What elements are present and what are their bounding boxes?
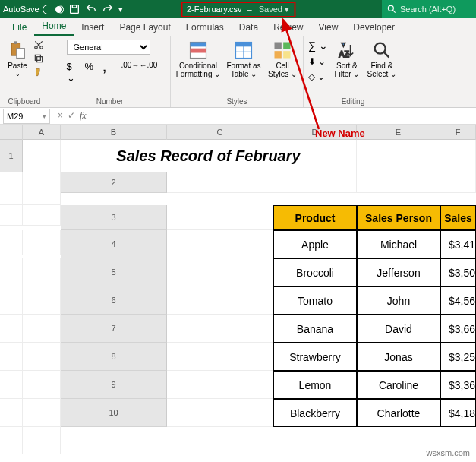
currency-icon[interactable]: $ ⌄ — [67, 61, 80, 74]
cell[interactable] — [0, 258, 23, 286]
person-cell[interactable]: Jonas — [357, 343, 440, 371]
cell[interactable] — [23, 427, 61, 454]
cell[interactable] — [357, 140, 440, 172]
col-F[interactable]: F — [440, 125, 476, 140]
row-header[interactable]: 2 — [61, 172, 167, 193]
product-cell[interactable]: Strawberry — [273, 343, 357, 371]
tab-home[interactable]: Home — [34, 17, 74, 36]
cell[interactable] — [440, 140, 476, 172]
filename-dropdown-icon[interactable]: – — [247, 5, 252, 14]
qat-more-icon[interactable]: ▾ — [118, 5, 123, 14]
product-cell[interactable]: Tomato — [273, 286, 357, 315]
row-header[interactable]: 9 — [61, 371, 167, 399]
cell[interactable] — [0, 286, 23, 315]
row-header[interactable]: 6 — [61, 286, 167, 315]
cut-icon[interactable] — [33, 40, 44, 50]
cell[interactable] — [440, 172, 476, 193]
cell[interactable] — [167, 205, 273, 230]
cell[interactable] — [167, 343, 273, 371]
cell[interactable] — [23, 315, 61, 343]
sales-cell[interactable]: $3,253.00 — [440, 343, 476, 371]
saved-status[interactable]: Saved ▾ — [259, 5, 289, 14]
sales-cell[interactable]: $3,417.00 — [440, 230, 476, 258]
format-as-table-button[interactable]: Format as Table ⌄ — [224, 40, 263, 78]
tab-data[interactable]: Data — [232, 19, 266, 36]
header-product[interactable]: Product — [273, 205, 357, 230]
row-header[interactable]: 10 — [61, 399, 167, 427]
sales-cell[interactable]: $4,189.00 — [440, 399, 476, 427]
cell[interactable] — [0, 399, 23, 427]
paste-button[interactable]: Paste ⌄ — [5, 40, 30, 78]
sales-cell[interactable]: $4,565.00 — [440, 286, 476, 315]
select-all[interactable] — [0, 125, 23, 140]
sort-filter-button[interactable]: AZ Sort & Filter ⌄ — [331, 40, 363, 78]
cell[interactable] — [0, 172, 23, 205]
row-header[interactable]: 4 — [61, 230, 167, 258]
col-B[interactable]: B — [61, 125, 167, 140]
format-painter-icon[interactable] — [33, 67, 44, 78]
increase-decimal-icon[interactable]: .00→ — [121, 61, 135, 74]
number-format-select[interactable]: General — [67, 40, 150, 55]
header-person[interactable]: Sales Person — [357, 205, 440, 230]
autosum-icon[interactable]: ∑ ⌄ — [308, 40, 328, 52]
formula-input[interactable] — [91, 109, 476, 124]
tab-view[interactable]: View — [311, 19, 346, 36]
cell[interactable] — [167, 399, 273, 427]
cell[interactable] — [23, 343, 61, 371]
col-C[interactable]: C — [167, 125, 273, 140]
col-A[interactable]: A — [23, 125, 61, 140]
sales-cell[interactable]: $3,362.00 — [440, 371, 476, 399]
percent-icon[interactable]: % — [85, 61, 99, 74]
cell[interactable] — [23, 205, 61, 226]
conditional-formatting-button[interactable]: Conditional Formatting ⌄ — [175, 40, 221, 78]
cell[interactable] — [167, 172, 273, 193]
name-box[interactable]: M29 ▾ — [3, 109, 50, 124]
row-header[interactable]: 8 — [61, 343, 167, 371]
cell[interactable] — [0, 371, 23, 399]
cell[interactable] — [167, 258, 273, 286]
cell[interactable] — [0, 205, 23, 226]
tab-insert[interactable]: Insert — [74, 19, 112, 36]
save-icon[interactable] — [68, 3, 80, 15]
col-E[interactable]: E — [357, 125, 440, 140]
tab-file[interactable]: File — [5, 19, 34, 36]
tab-formulas[interactable]: Formulas — [178, 19, 232, 36]
comma-icon[interactable]: , — [103, 61, 117, 74]
clear-icon[interactable]: ◇ ⌄ — [308, 71, 328, 82]
product-cell[interactable]: Banana — [273, 315, 357, 343]
product-cell[interactable]: Apple — [273, 230, 357, 258]
column-headers[interactable]: A B C D E F — [0, 125, 476, 140]
cell[interactable] — [23, 258, 61, 286]
row-header[interactable]: 3 — [61, 205, 167, 230]
cell[interactable] — [23, 399, 61, 427]
product-cell[interactable]: Broccoli — [273, 258, 357, 286]
cell[interactable] — [23, 172, 61, 205]
cell[interactable] — [23, 371, 61, 399]
row-header[interactable]: 1 — [0, 140, 23, 172]
enter-formula-icon[interactable]: ✓ — [68, 110, 75, 122]
cell[interactable] — [167, 230, 273, 258]
undo-icon[interactable] — [85, 3, 97, 15]
person-cell[interactable]: Michael — [357, 230, 440, 258]
sales-cell[interactable]: $3,669.00 — [440, 315, 476, 343]
cell[interactable] — [167, 315, 273, 343]
find-select-button[interactable]: Find & Select ⌄ — [366, 40, 398, 78]
cell[interactable] — [0, 427, 23, 454]
decrease-decimal-icon[interactable]: ←.00 — [140, 61, 153, 74]
cell[interactable] — [167, 371, 273, 399]
cell[interactable] — [273, 172, 357, 193]
tab-page-layout[interactable]: Page Layout — [112, 19, 178, 36]
copy-icon[interactable] — [33, 53, 44, 64]
tab-review[interactable]: Review — [266, 19, 311, 36]
fill-icon[interactable]: ⬇ ⌄ — [308, 56, 328, 67]
search-area[interactable] — [382, 0, 473, 18]
cancel-formula-icon[interactable]: × — [58, 110, 63, 122]
product-cell[interactable]: Blackberry — [273, 399, 357, 427]
cell[interactable] — [23, 230, 61, 255]
row-header[interactable]: 5 — [61, 258, 167, 286]
person-cell[interactable]: Charlotte — [357, 399, 440, 427]
redo-icon[interactable] — [102, 3, 114, 15]
cell[interactable] — [167, 286, 273, 315]
person-cell[interactable]: John — [357, 286, 440, 315]
row-header[interactable]: 7 — [61, 315, 167, 343]
